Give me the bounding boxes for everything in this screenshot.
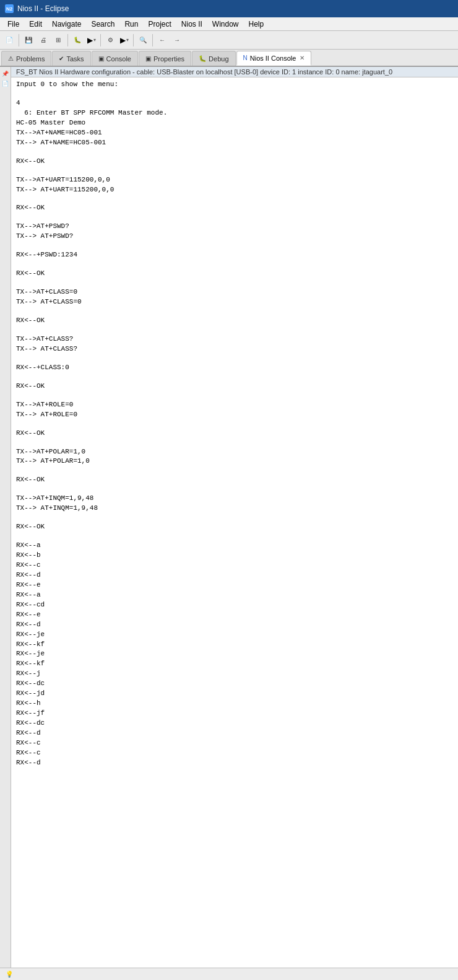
console-line	[16, 213, 453, 222]
console-line: RX<--b	[16, 551, 453, 561]
save-btn[interactable]: 💾	[22, 33, 35, 47]
console-line: TX-->AT+PSWD?	[16, 222, 453, 232]
console-line: TX-->AT+POLAR=1,0	[16, 447, 453, 457]
window-title: Nios II - Eclipse	[17, 4, 69, 13]
console-line	[16, 242, 453, 250]
print-btn[interactable]: 🖨	[37, 33, 50, 47]
console-line: RX<--d	[16, 758, 453, 768]
console-line: RX<--e	[16, 580, 453, 590]
console-line	[16, 260, 453, 269]
console-line	[16, 466, 453, 475]
console-line	[16, 373, 453, 382]
menu-item-nios ii[interactable]: Nios II	[176, 19, 207, 30]
console-line: TX--> AT+CLASS=0	[16, 297, 453, 307]
tab-problems-label: Problems	[16, 55, 45, 63]
menu-item-navigate[interactable]: Navigate	[47, 19, 86, 30]
sep1	[19, 34, 19, 46]
menu-item-help[interactable]: Help	[244, 19, 269, 30]
console-line: RX<--jd	[16, 689, 453, 699]
console-line: RX<--OK	[16, 203, 453, 213]
console-line	[16, 307, 453, 316]
console-line	[16, 514, 453, 522]
console-line	[16, 392, 453, 400]
forward-btn[interactable]: →	[170, 33, 184, 47]
tab-console[interactable]: ▣ Console	[92, 51, 138, 66]
console-line: TX-->AT+CLASS=0	[16, 287, 453, 297]
run-dropdown[interactable]: ▶ ▾	[85, 33, 98, 47]
menu-item-edit[interactable]: Edit	[24, 19, 47, 30]
console-line: TX--> AT+CLASS?	[16, 344, 453, 354]
nios2console-close-btn[interactable]: ✕	[300, 55, 305, 61]
tab-properties[interactable]: ▣ Properties	[139, 51, 191, 66]
console-line: Input 0 to show the menu:	[16, 80, 453, 90]
menu-item-run[interactable]: Run	[119, 19, 143, 30]
tab-nios2console-label: Nios II Console	[250, 55, 296, 62]
console-line	[16, 195, 453, 203]
sep2	[67, 34, 68, 46]
console-line: RX<--c	[16, 738, 453, 748]
main-area: 📌 📄 FS_BT Nios II Hardware configuration…	[0, 67, 458, 968]
console-line: RX<--e	[16, 610, 453, 620]
console-line: TX--> AT+ROLE=0	[16, 410, 453, 420]
console-line: RX<--a	[16, 590, 453, 600]
new-file-btn[interactable]: 📄	[2, 33, 16, 47]
sep5	[152, 34, 153, 46]
console-line: TX-->AT+INQM=1,9,48	[16, 494, 453, 504]
console-line	[16, 354, 453, 363]
menu-item-window[interactable]: Window	[207, 19, 244, 30]
console-header: FS_BT Nios II Hardware configuration - c…	[11, 67, 458, 77]
tab-strip: ⚠ Problems ✔ Tasks ▣ Console ▣ Propertie…	[0, 50, 458, 67]
app-icon: N2	[5, 4, 14, 13]
sidebar-page-icon[interactable]: 📄	[1, 79, 10, 88]
tab-tasks[interactable]: ✔ Tasks	[52, 51, 90, 66]
properties-btn[interactable]: ⊞	[51, 33, 65, 47]
console-line: TX-->AT+NAME=HC05-001	[16, 128, 453, 138]
left-sidebar: 📌 📄	[0, 67, 11, 968]
menu-item-project[interactable]: Project	[143, 19, 176, 30]
run-debug-btn[interactable]: 🐛	[71, 33, 84, 47]
console-line	[16, 420, 453, 429]
debug-icon: 🐛	[199, 55, 206, 62]
tab-console-label: Console	[106, 55, 131, 63]
sep3	[100, 34, 101, 46]
console-line: RX<--+CLASS:0	[16, 363, 453, 373]
build-btn[interactable]: ⚙	[103, 33, 117, 47]
problems-icon: ⚠	[8, 55, 14, 62]
console-line	[16, 326, 453, 335]
console-line: RX<--OK	[16, 475, 453, 485]
run-dropdown-arrow: ▾	[93, 37, 96, 43]
console-line	[16, 532, 453, 541]
tab-nios2console[interactable]: N Nios II Console ✕	[236, 51, 312, 66]
console-line: HC-05 Master Demo	[16, 118, 453, 128]
console-line: RX<--h	[16, 699, 453, 709]
console-line: RX<--dc	[16, 679, 453, 689]
console-line: RX<--kf	[16, 640, 453, 650]
run-dropdown-icon: ▶	[87, 36, 93, 45]
console-line: RX<--c	[16, 561, 453, 571]
console-line: RX<--d	[16, 728, 453, 738]
console-line: RX<--kf	[16, 659, 453, 669]
menu-bar: FileEditNavigateSearchRunProjectNios IIW…	[0, 17, 458, 31]
tab-tasks-label: Tasks	[66, 55, 84, 63]
status-icon: 💡	[5, 970, 14, 979]
sidebar-pin-icon[interactable]: 📌	[1, 69, 10, 78]
console-content[interactable]: Input 0 to show the menu:4 6: Enter BT S…	[11, 77, 458, 968]
build-dropdown[interactable]: ▶ ▾	[118, 33, 131, 47]
console-line: RX<--a	[16, 541, 453, 551]
console-line: RX<--OK	[16, 316, 453, 326]
console-line: TX--> AT+NAME=HC05-001	[16, 138, 453, 148]
tab-problems[interactable]: ⚠ Problems	[1, 51, 51, 66]
console-line: RX<--c	[16, 748, 453, 758]
back-btn[interactable]: ←	[155, 33, 169, 47]
menu-item-search[interactable]: Search	[86, 19, 119, 30]
console-line: TX-->AT+ROLE=0	[16, 400, 453, 410]
search-btn[interactable]: 🔍	[136, 33, 150, 47]
console-line: RX<--j	[16, 669, 453, 679]
menu-item-file[interactable]: File	[2, 19, 24, 30]
properties-icon: ▣	[145, 55, 151, 62]
tab-debug-label: Debug	[209, 55, 228, 63]
tab-properties-label: Properties	[153, 55, 184, 63]
console-line: RX<--OK	[16, 522, 453, 532]
tab-debug[interactable]: 🐛 Debug	[192, 51, 235, 66]
console-line	[16, 90, 453, 98]
